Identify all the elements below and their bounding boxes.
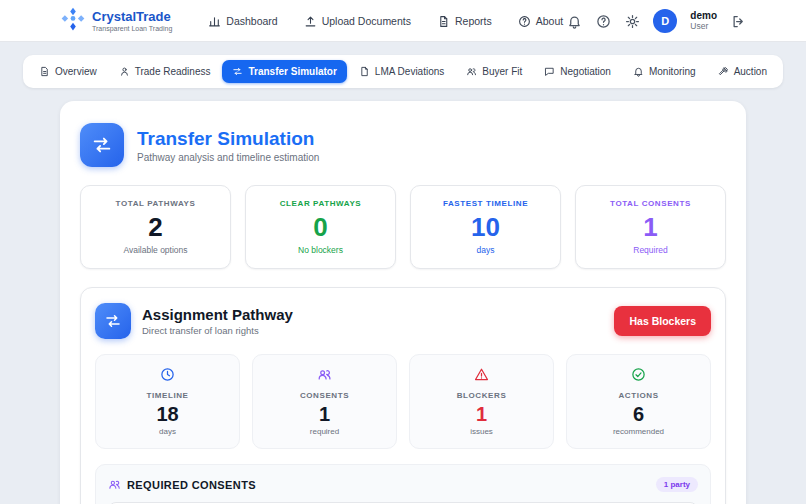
buyer-fit-people-icon <box>466 66 477 77</box>
user-block: demo User <box>690 11 717 30</box>
module-tabs: Overview Trade Readiness Transfer Simula… <box>23 55 783 88</box>
tab-monitoring-label: Monitoring <box>649 66 696 77</box>
negotiation-chat-icon <box>544 66 555 77</box>
tab-overview[interactable]: Overview <box>29 60 107 83</box>
pathway-transfer-icon <box>95 303 131 339</box>
warning-triangle-icon <box>474 367 489 382</box>
nav-dashboard[interactable]: Dashboard <box>208 15 277 28</box>
stat-clear-pathways: CLEAR PATHWAYS 0 No blockers <box>245 185 396 269</box>
monitoring-bell-icon <box>633 66 644 77</box>
has-blockers-button[interactable]: Has Blockers <box>614 306 711 336</box>
ptile-blockers: BLOCKERS 1 issues <box>409 354 554 449</box>
ptile-value: 18 <box>102 403 233 426</box>
transfer-arrows-icon <box>232 66 243 77</box>
dashboard-icon <box>208 15 221 28</box>
nav-reports[interactable]: Reports <box>437 15 492 28</box>
summary-stats: TOTAL PATHWAYS 2 Available options CLEAR… <box>80 185 726 269</box>
ptile-sub: issues <box>416 427 547 436</box>
ptile-sub: recommended <box>573 427 704 436</box>
clock-icon <box>160 367 175 382</box>
ptile-label: TIMELINE <box>102 391 233 400</box>
bell-icon[interactable] <box>566 13 582 29</box>
stat-sub: Required <box>584 245 717 255</box>
header-actions: D demo User <box>566 9 746 33</box>
page-header: Transfer Simulation Pathway analysis and… <box>80 123 726 167</box>
nav-about-label: About <box>536 15 563 27</box>
stat-value: 2 <box>89 212 222 243</box>
deviations-doc-icon <box>359 66 370 77</box>
stat-total-consents: TOTAL CONSENTS 1 Required <box>575 185 726 269</box>
page-subtitle: Pathway analysis and timeline estimation <box>137 152 319 163</box>
tab-negotiation-label: Negotiation <box>560 66 611 77</box>
ptile-timeline: TIMELINE 18 days <box>95 354 240 449</box>
stat-value: 1 <box>584 212 717 243</box>
top-navigation: Dashboard Upload Documents Reports About <box>208 15 563 28</box>
brand-tagline: Transparent Loan Trading <box>92 25 172 32</box>
transfer-icon <box>80 123 124 167</box>
ptile-consents: CONSENTS 1 required <box>252 354 397 449</box>
pathway-title: Assignment Pathway <box>142 306 293 323</box>
top-header: CrystalTrade Transparent Loan Trading Da… <box>0 0 806 42</box>
crystal-logo-icon <box>60 6 86 36</box>
tab-auction[interactable]: Auction <box>708 60 777 83</box>
tab-trade-readiness[interactable]: Trade Readiness <box>109 60 221 83</box>
transfer-simulation-panel: Transfer Simulation Pathway analysis and… <box>60 101 746 504</box>
nav-dashboard-label: Dashboard <box>226 15 277 27</box>
nav-about[interactable]: About <box>518 15 563 28</box>
stat-label: CLEAR PATHWAYS <box>254 199 387 208</box>
overview-doc-icon <box>39 66 50 77</box>
tab-trade-readiness-label: Trade Readiness <box>135 66 211 77</box>
tab-auction-label: Auction <box>734 66 767 77</box>
stat-fastest-timeline: FASTEST TIMELINE 10 days <box>410 185 561 269</box>
ptile-actions: ACTIONS 6 recommended <box>566 354 711 449</box>
nav-reports-label: Reports <box>455 15 492 27</box>
stat-sub: days <box>419 245 552 255</box>
ptile-value: 6 <box>573 403 704 426</box>
stat-label: TOTAL PATHWAYS <box>89 199 222 208</box>
stat-sub: No blockers <box>254 245 387 255</box>
tab-buyer-fit-label: Buyer Fit <box>482 66 522 77</box>
ptile-value: 1 <box>259 403 390 426</box>
consents-people-icon <box>108 478 121 491</box>
stat-label: FASTEST TIMELINE <box>419 199 552 208</box>
ptile-label: CONSENTS <box>259 391 390 400</box>
pathway-subtitle: Direct transfer of loan rights <box>142 325 293 336</box>
brand-name: CrystalTrade <box>92 10 172 24</box>
tab-negotiation[interactable]: Negotiation <box>534 60 621 83</box>
gear-icon[interactable] <box>624 13 640 29</box>
tab-monitoring[interactable]: Monitoring <box>623 60 706 83</box>
ptile-sub: days <box>102 427 233 436</box>
ptile-label: BLOCKERS <box>416 391 547 400</box>
brand[interactable]: CrystalTrade Transparent Loan Trading <box>60 6 172 36</box>
pathway-stats: TIMELINE 18 days CONSENTS 1 required BLO… <box>95 354 711 449</box>
upload-icon <box>304 15 317 28</box>
user-role: User <box>690 22 717 31</box>
nav-upload-documents[interactable]: Upload Documents <box>304 15 411 28</box>
reports-icon <box>437 15 450 28</box>
stat-value: 10 <box>419 212 552 243</box>
logout-icon[interactable] <box>730 13 746 29</box>
consents-title: REQUIRED CONSENTS <box>127 479 256 491</box>
page-title: Transfer Simulation <box>137 128 319 150</box>
stat-label: TOTAL CONSENTS <box>584 199 717 208</box>
help-icon[interactable] <box>595 13 611 29</box>
tab-transfer-simulator-label: Transfer Simulator <box>248 66 336 77</box>
check-circle-icon <box>631 367 646 382</box>
people-icon <box>317 367 332 382</box>
tab-transfer-simulator[interactable]: Transfer Simulator <box>222 60 346 83</box>
required-consents-section: REQUIRED CONSENTS 1 party Agent Low <box>95 464 711 504</box>
consents-header: REQUIRED CONSENTS 1 party <box>108 477 698 492</box>
pathway-header: Assignment Pathway Direct transfer of lo… <box>95 303 711 339</box>
stat-value: 0 <box>254 212 387 243</box>
avatar[interactable]: D <box>653 9 677 33</box>
auction-gavel-icon <box>718 66 729 77</box>
tab-lma-deviations[interactable]: LMA Deviations <box>349 60 454 83</box>
tab-buyer-fit[interactable]: Buyer Fit <box>456 60 532 83</box>
assignment-pathway-card: Assignment Pathway Direct transfer of lo… <box>80 287 726 504</box>
party-count-badge: 1 party <box>656 477 698 492</box>
tab-overview-label: Overview <box>55 66 97 77</box>
ptile-value: 1 <box>416 403 547 426</box>
ptile-label: ACTIONS <box>573 391 704 400</box>
nav-upload-label: Upload Documents <box>322 15 411 27</box>
stat-total-pathways: TOTAL PATHWAYS 2 Available options <box>80 185 231 269</box>
